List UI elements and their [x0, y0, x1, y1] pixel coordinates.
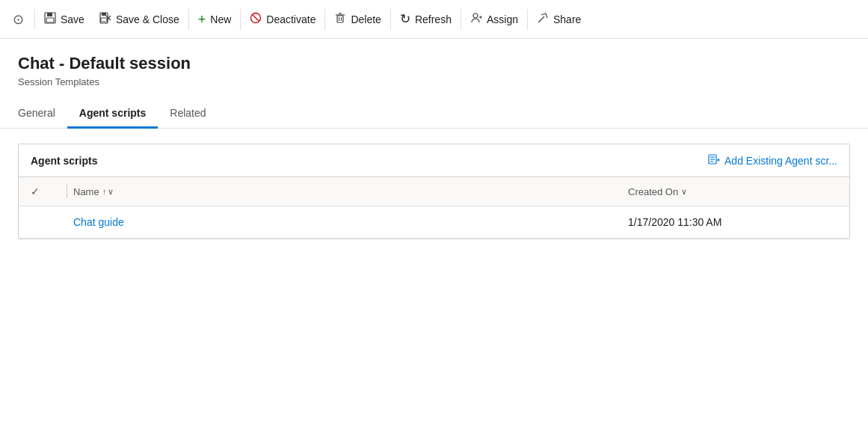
deactivate-button[interactable]: Deactivate	[242, 7, 323, 31]
nav-back-icon: ⊙	[13, 11, 24, 28]
col-created-sort-icon[interactable]: ∨	[681, 187, 687, 197]
save-button[interactable]: Save	[37, 7, 92, 31]
table-row: Chat guide 1/17/2020 11:30 AM	[19, 206, 849, 239]
sort-up-icon[interactable]: ↑	[102, 187, 107, 196]
section-header: Agent scripts Add Existing Agent scr...	[19, 144, 849, 177]
svg-rect-2	[46, 18, 54, 22]
add-existing-button[interactable]: Add Existing Agent scr...	[708, 153, 837, 168]
sort-arrows: ↑ ∨	[102, 187, 114, 197]
col-created-header: Created On ∨	[628, 186, 837, 197]
save-close-label: Save & Close	[116, 13, 179, 25]
assign-button[interactable]: Assign	[463, 7, 526, 31]
toolbar-separator-6	[461, 9, 461, 30]
col-name-label: Name	[73, 186, 99, 197]
row-created-value: 1/17/2020 11:30 AM	[628, 216, 837, 228]
svg-rect-4	[102, 13, 106, 16]
svg-point-15	[473, 13, 478, 18]
row-separator	[67, 215, 67, 229]
refresh-label: Refresh	[415, 13, 452, 25]
tab-related[interactable]: Related	[158, 99, 218, 129]
page-title: Chat - Default session	[18, 54, 850, 73]
delete-label: Delete	[351, 13, 381, 25]
share-icon	[537, 12, 549, 27]
deactivate-icon	[250, 12, 262, 27]
svg-rect-1	[47, 13, 52, 16]
add-existing-icon	[708, 153, 720, 168]
main-content: Agent scripts Add Existing Agent scr...	[0, 129, 868, 254]
save-label: Save	[61, 13, 84, 25]
svg-rect-10	[337, 16, 343, 22]
nav-back-button[interactable]: ⊙	[6, 7, 30, 31]
tab-bar: General Agent scripts Related	[0, 99, 868, 129]
delete-button[interactable]: Delete	[327, 7, 388, 31]
share-button[interactable]: Share	[529, 7, 588, 31]
page-subtitle: Session Templates	[18, 76, 850, 87]
tab-general[interactable]: General	[18, 99, 67, 129]
save-icon	[44, 12, 56, 27]
svg-line-9	[253, 14, 259, 21]
toolbar-separator-5	[390, 9, 391, 30]
save-close-icon	[99, 12, 111, 27]
save-close-button[interactable]: Save & Close	[92, 7, 187, 31]
share-label: Share	[553, 13, 581, 25]
toolbar: ⊙ Save Save & Close + New	[0, 0, 868, 39]
toolbar-separator-2	[188, 9, 189, 30]
col-created-label: Created On	[628, 186, 678, 197]
row-name-link[interactable]: Chat guide	[73, 216, 628, 228]
tab-agent-scripts[interactable]: Agent scripts	[67, 99, 158, 129]
page-header: Chat - Default session Session Templates	[0, 39, 868, 87]
toolbar-separator-1	[34, 9, 35, 30]
delete-icon	[334, 12, 346, 27]
col-check: ✓	[31, 185, 61, 197]
assign-icon	[470, 12, 482, 27]
assign-label: Assign	[487, 13, 518, 25]
refresh-button[interactable]: ↻ Refresh	[393, 7, 459, 31]
col-separator	[67, 185, 67, 198]
refresh-icon: ↻	[400, 11, 410, 27]
add-existing-label: Add Existing Agent scr...	[724, 155, 837, 167]
toolbar-separator-4	[324, 9, 325, 30]
section-title: Agent scripts	[31, 155, 97, 167]
tab-agent-scripts-label: Agent scripts	[79, 107, 146, 119]
deactivate-label: Deactivate	[266, 13, 316, 25]
new-icon: +	[198, 13, 206, 26]
check-all-icon: ✓	[31, 185, 40, 197]
new-label: New	[210, 13, 231, 25]
toolbar-separator-7	[527, 9, 528, 30]
tab-related-label: Related	[170, 107, 206, 119]
table-header: ✓ Name ↑ ∨ Created On ∨	[19, 177, 849, 206]
col-name-header: Name ↑ ∨	[73, 186, 628, 197]
tab-general-label: General	[18, 107, 55, 119]
toolbar-separator-3	[240, 9, 241, 30]
sort-down-icon[interactable]: ∨	[108, 187, 114, 197]
new-button[interactable]: + New	[191, 8, 239, 31]
agent-scripts-section: Agent scripts Add Existing Agent scr...	[18, 144, 850, 239]
